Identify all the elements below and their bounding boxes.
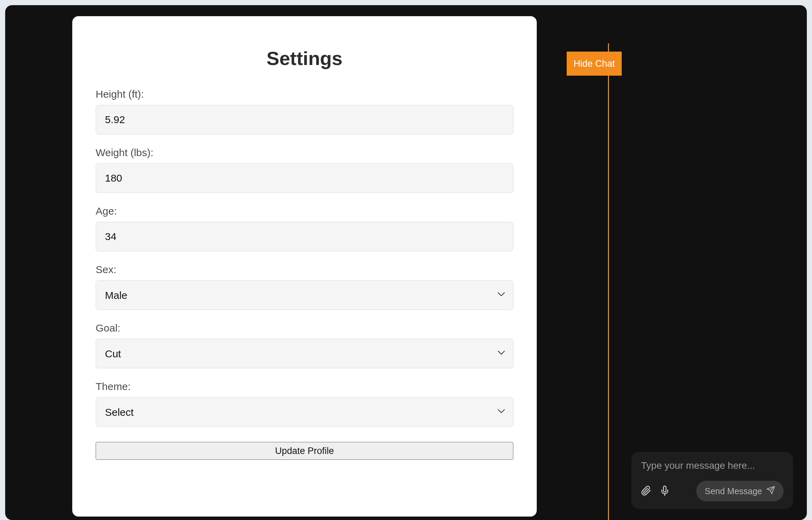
send-message-label: Send Message — [705, 486, 762, 496]
field-sex: Sex: Male — [96, 264, 513, 310]
field-weight: Weight (lbs): — [96, 147, 513, 193]
sex-label: Sex: — [96, 264, 513, 275]
age-label: Age: — [96, 205, 513, 217]
settings-panel: Settings Height (ft): Weight (lbs): Age:… — [72, 16, 537, 517]
send-icon — [766, 486, 775, 497]
goal-select[interactable]: Cut — [96, 339, 513, 368]
chat-input-panel: Send Message — [631, 452, 793, 509]
field-age: Age: — [96, 205, 513, 251]
height-label: Height (ft): — [96, 88, 513, 100]
hide-chat-button[interactable]: Hide Chat — [567, 52, 622, 76]
mic-button[interactable] — [660, 486, 670, 497]
field-theme: Theme: Select — [96, 381, 513, 427]
field-goal: Goal: Cut — [96, 322, 513, 368]
page-title: Settings — [96, 47, 513, 69]
attach-button[interactable] — [641, 486, 651, 497]
age-input[interactable] — [96, 222, 513, 251]
sex-select[interactable]: Male — [96, 280, 513, 310]
theme-label: Theme: — [96, 381, 513, 392]
mic-icon — [660, 486, 670, 497]
weight-label: Weight (lbs): — [96, 147, 513, 159]
weight-input[interactable] — [96, 163, 513, 193]
height-input[interactable] — [96, 105, 513, 134]
app-frame: Settings Height (ft): Weight (lbs): Age:… — [5, 5, 807, 520]
send-message-button[interactable]: Send Message — [696, 481, 783, 501]
update-profile-button[interactable]: Update Profile — [96, 442, 513, 460]
paperclip-icon — [641, 486, 651, 497]
field-height: Height (ft): — [96, 88, 513, 134]
chat-message-input[interactable] — [641, 460, 783, 471]
chat-controls: Send Message — [641, 481, 783, 501]
goal-label: Goal: — [96, 322, 513, 334]
chat-divider — [608, 43, 609, 520]
theme-select[interactable]: Select — [96, 397, 513, 427]
